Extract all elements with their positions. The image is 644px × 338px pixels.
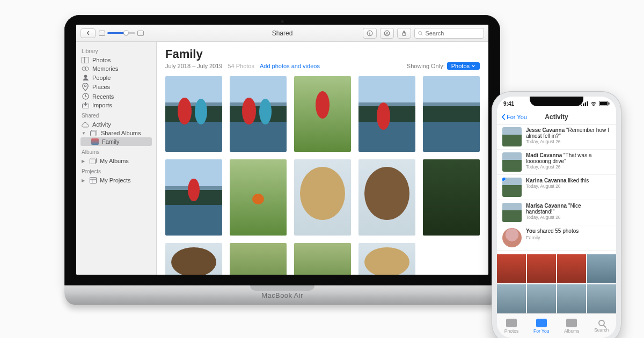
- thumbnail-zoom-slider[interactable]: [99, 31, 144, 36]
- tab-for-you[interactable]: For You: [533, 319, 549, 334]
- photo-thumbnail[interactable]: [294, 243, 351, 275]
- photo-thumbnail[interactable]: [587, 284, 616, 313]
- sidebar: Library PhotosMemoriesPeoplePlacesRecent…: [76, 42, 157, 275]
- people-button[interactable]: [380, 28, 394, 39]
- back-button[interactable]: [80, 28, 96, 38]
- thumbnail: [502, 178, 522, 197]
- sidebar-header-albums: Albums: [82, 149, 151, 155]
- activity-name: Jesse Cavanna: [526, 127, 565, 133]
- activity-date: Today, August 26: [526, 183, 589, 189]
- svg-rect-18: [90, 159, 95, 164]
- photo-thumbnail[interactable]: [165, 243, 222, 275]
- activity-body: liked this: [567, 178, 589, 183]
- sidebar-item-people[interactable]: People: [80, 73, 152, 82]
- photo-thumbnail[interactable]: [497, 254, 526, 283]
- info-button[interactable]: [363, 28, 377, 39]
- activity-list[interactable]: Jesse Cavanna "Remember how I almost fel…: [497, 124, 616, 254]
- search-field[interactable]: [414, 28, 484, 39]
- status-time: 9:41: [503, 101, 514, 107]
- sidebar-header-shared: Shared: [82, 113, 151, 119]
- sidebar-item-recents[interactable]: Recents: [80, 92, 152, 101]
- sidebar-item-imports[interactable]: Imports: [80, 101, 152, 109]
- photo-thumbnail[interactable]: [230, 243, 287, 275]
- add-photos-link[interactable]: Add photos and videos: [260, 63, 320, 69]
- sidebar-item-places[interactable]: Places: [80, 82, 152, 92]
- photo-thumbnail[interactable]: [587, 254, 616, 283]
- camera-dot: [281, 20, 284, 23]
- photo-thumbnail[interactable]: [557, 284, 586, 313]
- activity-item[interactable]: Madi Cavanna "That was a loooooong drive…: [497, 150, 616, 175]
- tab-albums[interactable]: Albums: [564, 319, 579, 334]
- large-grid-icon: [137, 31, 144, 36]
- svg-point-12: [84, 85, 86, 87]
- activity-name: Marisa Cavanna: [526, 203, 567, 209]
- nav-bar: For You Activity: [497, 109, 616, 124]
- sidebar-item-my-albums[interactable]: ▶My Albums: [80, 157, 152, 165]
- unread-dot-icon: [502, 178, 506, 181]
- tab-search[interactable]: Search: [594, 320, 609, 333]
- sidebar-item-shared-albums[interactable]: ▼Shared Albums: [80, 129, 152, 137]
- search-icon: [418, 30, 423, 36]
- back-button[interactable]: For You: [501, 114, 527, 120]
- macbook-device: Shared Library PhotosMemoriesPeople: [64, 15, 500, 315]
- tab-label: For You: [533, 328, 549, 334]
- photo-thumbnail[interactable]: [527, 284, 556, 313]
- cloud-icon: [82, 122, 89, 128]
- search-input[interactable]: [426, 30, 481, 36]
- photo-thumbnail[interactable]: [230, 76, 287, 152]
- svg-point-4: [386, 32, 388, 33]
- tab-label: Albums: [564, 328, 579, 334]
- sidebar-item-label: Imports: [92, 102, 112, 108]
- activity-item[interactable]: You shared 55 photosFamily: [497, 225, 616, 251]
- for-you-icon: [536, 319, 547, 327]
- svg-rect-22: [585, 102, 586, 106]
- avatar: [502, 228, 522, 247]
- photo-thumbnail[interactable]: [358, 76, 415, 152]
- share-button[interactable]: [397, 28, 411, 39]
- photo-thumbnail[interactable]: [527, 254, 556, 283]
- tab-label: Photos: [504, 328, 518, 334]
- photo-thumbnail[interactable]: [358, 159, 415, 235]
- photo-thumbnail[interactable]: [423, 159, 480, 235]
- activity-item[interactable]: Jesse Cavanna "Remember how I almost fel…: [497, 124, 616, 150]
- sidebar-item-label: Family: [102, 138, 119, 145]
- photo-thumbnail[interactable]: [358, 243, 415, 275]
- photo-thumbnail[interactable]: [557, 254, 586, 283]
- memories-icon: [82, 65, 89, 72]
- sidebar-item-label: Activity: [92, 121, 111, 128]
- photo-thumbnail[interactable]: [423, 76, 480, 152]
- activity-date: Today, August 26: [526, 215, 611, 220]
- thumbnail: [502, 152, 522, 172]
- photo-thumbnail[interactable]: [497, 284, 526, 313]
- svg-rect-7: [82, 57, 89, 63]
- window-title: Shared: [272, 30, 293, 37]
- album-thumb-icon: [91, 138, 99, 145]
- photo-thumbnail[interactable]: [294, 159, 351, 235]
- sidebar-header-library: Library: [82, 48, 151, 54]
- activity-item[interactable]: Karina Cavanna liked thisToday, August 2…: [497, 175, 616, 200]
- photo-grid: [165, 76, 480, 236]
- activity-item[interactable]: Marisa Cavanna "Nice handstand!"Today, A…: [497, 200, 616, 225]
- activity-date: Today, August 26: [526, 164, 611, 170]
- svg-point-6: [419, 31, 422, 34]
- svg-rect-26: [609, 102, 610, 105]
- chevron-down-icon: [471, 64, 475, 68]
- showing-only-pill[interactable]: Photos: [447, 62, 480, 70]
- sidebar-item-label: Places: [92, 84, 110, 90]
- photo-thumbnail[interactable]: [165, 76, 222, 152]
- photo-thumbnail[interactable]: [230, 159, 287, 235]
- tab-photos[interactable]: Photos: [504, 319, 518, 334]
- sidebar-item-my-projects[interactable]: ▶My Projects: [80, 176, 152, 185]
- sidebar-item-photos[interactable]: Photos: [80, 56, 152, 64]
- wifi-icon: [590, 101, 597, 106]
- activity-name: Karina Cavanna: [526, 178, 567, 183]
- photo-thumbnail[interactable]: [165, 159, 222, 235]
- sidebar-item-memories[interactable]: Memories: [80, 64, 152, 73]
- places-icon: [82, 83, 89, 91]
- sidebar-item-activity[interactable]: Activity: [80, 120, 152, 129]
- iphone-notch: [530, 97, 583, 106]
- recents-icon: [82, 93, 89, 100]
- sidebar-item-family[interactable]: Family: [80, 137, 152, 146]
- sidebar-item-label: Shared Albums: [101, 130, 141, 136]
- photo-thumbnail[interactable]: [294, 76, 351, 152]
